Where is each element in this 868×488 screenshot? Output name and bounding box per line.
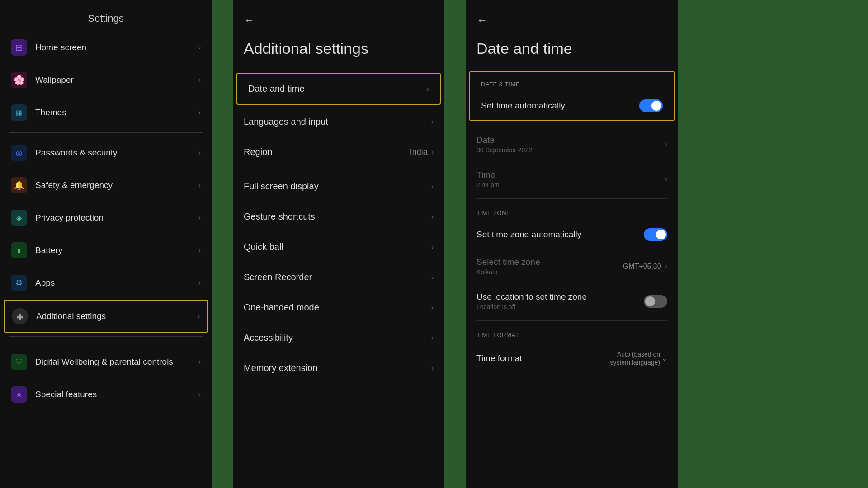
- use-location-label: Use location to set time zone: [476, 292, 644, 302]
- set-time-auto-label: Set time automatically: [481, 101, 639, 111]
- sidebar-item-label: Wallpaper: [35, 75, 198, 85]
- sidebar-item-label: Special features: [35, 389, 198, 399]
- setting-text: Time format: [476, 353, 610, 363]
- chevron-right-icon: ›: [431, 304, 434, 312]
- sidebar-item-privacy-protection[interactable]: ◈ Privacy protection ›: [0, 202, 212, 234]
- use-location-toggle[interactable]: [644, 295, 667, 308]
- menu-item-screen-recorder[interactable]: Screen Recorder ›: [233, 262, 444, 292]
- right-divider: [476, 125, 667, 125]
- chevron-right-icon: ›: [198, 43, 201, 52]
- sidebar-item-additional-settings[interactable]: ◉ Additional settings ›: [4, 300, 208, 333]
- battery-icon: ▮: [11, 242, 27, 258]
- sidebar-item-themes[interactable]: ▦ Themes ›: [0, 96, 212, 129]
- back-button-right[interactable]: ←: [476, 14, 487, 26]
- menu-item-label: Full screen display: [244, 181, 431, 192]
- menu-item-memory-extension[interactable]: Memory extension ›: [233, 353, 444, 383]
- menu-item-quick-ball[interactable]: Quick ball ›: [233, 232, 444, 262]
- sidebar-item-safety-emergency[interactable]: 🔔 Safety & emergency ›: [0, 169, 212, 202]
- panel-title: Additional settings: [233, 35, 444, 71]
- sidebar-item-home-screen[interactable]: ⊞ Home screen ›: [0, 31, 212, 64]
- sidebar-item-label: Battery: [35, 245, 198, 255]
- menu-item-accessibility[interactable]: Accessibility ›: [233, 323, 444, 353]
- select-timezone-item[interactable]: Select time zone Kolkata GMT+05:30 ›: [466, 249, 678, 284]
- menu-item-label: Date and time: [248, 84, 427, 94]
- sidebar-item-label: Additional settings: [36, 311, 198, 321]
- chevron-right-icon: ›: [665, 141, 667, 149]
- settings-title: Settings: [0, 0, 212, 31]
- set-timezone-auto-label: Set time zone automatically: [476, 230, 644, 239]
- setting-text: Set time zone automatically: [476, 230, 644, 239]
- chevron-right-icon: ›: [431, 243, 434, 251]
- time-item[interactable]: Time 2:44 pm ›: [466, 162, 678, 197]
- setting-text: Use location to set time zone Location i…: [476, 292, 644, 310]
- chevron-right-icon: ›: [431, 213, 434, 221]
- divider: [9, 336, 203, 337]
- menu-item-label: Memory extension: [244, 363, 431, 373]
- menu-item-value: India: [410, 147, 428, 157]
- menu-item-region[interactable]: Region India ›: [233, 137, 444, 167]
- time-label: Time: [476, 170, 665, 180]
- menu-item-label: Gesture shortcuts: [244, 211, 431, 222]
- sidebar-item-label: Home screen: [35, 42, 198, 52]
- chevron-right-icon: ›: [198, 149, 201, 157]
- back-button[interactable]: ←: [244, 14, 255, 26]
- sidebar-item-label: Apps: [35, 278, 198, 288]
- right-divider: [476, 198, 667, 199]
- sidebar-item-battery[interactable]: ▮ Battery ›: [0, 234, 212, 267]
- chevron-right-icon: ›: [665, 263, 667, 271]
- time-format-label: Time format: [476, 353, 610, 363]
- menu-item-label: Quick ball: [244, 242, 431, 252]
- chevron-right-icon: ›: [431, 334, 434, 342]
- date-value: 30 September 2022: [476, 146, 665, 154]
- select-timezone-sub: Kolkata: [476, 268, 623, 276]
- date-item[interactable]: Date 30 September 2022 ›: [466, 127, 678, 162]
- dropdown-arrow-icon: ⌄: [662, 355, 667, 362]
- panel-header-right: ←: [466, 0, 678, 35]
- chevron-right-icon: ›: [198, 108, 201, 117]
- set-timezone-auto-item[interactable]: Set time zone automatically: [466, 220, 678, 249]
- sidebar-item-special-features[interactable]: ★ Special features ›: [0, 378, 212, 411]
- panel-header: ←: [233, 0, 444, 35]
- panel-gap-2: [445, 0, 466, 488]
- menu-item-label: Screen Recorder: [244, 272, 431, 282]
- chevron-right-icon: ›: [198, 390, 201, 399]
- section-label-timezone: TIME ZONE: [466, 201, 678, 220]
- additional-settings-icon: ◉: [12, 308, 28, 324]
- section-label-timeformat: TIME FORMAT: [466, 323, 678, 342]
- chevron-right-icon: ›: [431, 364, 434, 372]
- chevron-right-icon: ›: [431, 148, 434, 156]
- sidebar-item-apps[interactable]: ⚙ Apps ›: [0, 267, 212, 299]
- toggle-knob: [645, 296, 655, 306]
- themes-icon: ▦: [11, 104, 27, 121]
- menu-divider: [244, 169, 434, 169]
- divider: [9, 132, 203, 133]
- menu-item-date-time[interactable]: Date and time ›: [236, 73, 441, 105]
- settings-panel-left: Settings ⊞ Home screen › 🌸 Wallpaper › ▦…: [0, 0, 212, 488]
- toggle-knob: [651, 101, 661, 111]
- date-label: Date: [476, 135, 665, 145]
- time-format-item[interactable]: Time format Auto (based onsystem languag…: [466, 342, 678, 375]
- sidebar-item-passwords-security[interactable]: ◎ Passwords & security ›: [0, 136, 212, 169]
- menu-item-languages-input[interactable]: Languages and input ›: [233, 107, 444, 137]
- sidebar-item-digital-wellbeing[interactable]: ♡ Digital Wellbeing & parental controls …: [0, 346, 212, 378]
- special-icon: ★: [11, 386, 27, 403]
- menu-item-gesture-shortcuts[interactable]: Gesture shortcuts ›: [233, 202, 444, 232]
- time-value: 2:44 pm: [476, 181, 665, 188]
- sidebar-item-wallpaper[interactable]: 🌸 Wallpaper ›: [0, 64, 212, 96]
- sidebar-item-label: Privacy protection: [35, 213, 198, 223]
- menu-item-one-handed-mode[interactable]: One-handed mode ›: [233, 292, 444, 323]
- use-location-timezone-item[interactable]: Use location to set time zone Location i…: [466, 284, 678, 319]
- toggle-knob: [656, 230, 666, 239]
- chevron-right-icon: ›: [198, 214, 201, 222]
- sidebar-item-label: Digital Wellbeing & parental controls: [35, 357, 198, 367]
- panel-gap-1: [212, 0, 233, 488]
- chevron-right-icon: ›: [431, 273, 434, 282]
- set-timezone-auto-toggle[interactable]: [644, 228, 667, 241]
- menu-item-full-screen[interactable]: Full screen display ›: [233, 171, 444, 202]
- chevron-right-icon: ›: [198, 181, 201, 189]
- setting-text: Date 30 September 2022: [476, 135, 665, 154]
- chevron-right-icon: ›: [198, 279, 201, 287]
- sidebar-item-label: Passwords & security: [35, 148, 198, 158]
- set-time-auto-item[interactable]: Set time automatically: [470, 91, 674, 120]
- set-time-auto-toggle[interactable]: [639, 99, 663, 112]
